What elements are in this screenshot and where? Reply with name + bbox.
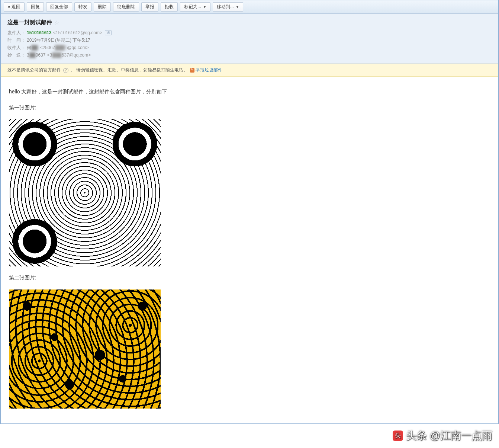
move-to-label: 移动到... <box>217 4 234 10</box>
sender-row: 发件人： 1510161612 <1510161612@qq.com> 退 <box>7 29 492 36</box>
report-spam-link[interactable]: 举报垃圾邮件 <box>190 67 222 73</box>
toolbar: « 返回 回复 回复全部 转发 删除 彻底删除 举报 拒收 标记为... ▼ 移… <box>1 0 498 14</box>
star-icon[interactable]: ☆ <box>54 19 59 26</box>
qr-code-image-2 <box>9 289 161 409</box>
recipient-email: <25067███5@qq.com> <box>40 44 89 51</box>
cc-email: <3███637@qq.com> <box>47 51 91 59</box>
warning-bar: 这不是腾讯公司的官方邮件 ? 。 请勿轻信密保、汇款、中奖信息，勿轻易拨打陌生电… <box>1 64 498 77</box>
sender-tag[interactable]: 退 <box>105 30 112 35</box>
warning-text-b: 。 请勿轻信密保、汇款、中奖信息，勿轻易拨打陌生电话。 <box>71 67 188 73</box>
forward-button[interactable]: 转发 <box>74 2 91 12</box>
cc-label: 抄 送： <box>7 51 25 59</box>
mail-body: hello 大家好，这是一封测试邮件，这封邮件包含两种图片，分别如下 第一张图片… <box>1 77 498 423</box>
date-row: 时 间： 2019年7月9日(星期二) 下午5:17 <box>7 36 492 44</box>
report-button[interactable]: 举报 <box>141 2 158 12</box>
sender-label: 发件人： <box>7 29 25 36</box>
question-icon[interactable]: ? <box>63 68 68 73</box>
recipient-name[interactable]: 何██i <box>27 44 39 51</box>
date-value: 2019年7月9日(星期二) 下午5:17 <box>27 36 90 44</box>
reply-button[interactable]: 回复 <box>27 2 44 12</box>
chevron-down-icon: ▼ <box>203 5 206 9</box>
date-label: 时 间： <box>7 36 25 44</box>
delete-button[interactable]: 删除 <box>94 2 111 12</box>
qr-code-image-1 <box>9 119 161 266</box>
chevron-down-icon: ▼ <box>236 5 239 9</box>
mail-container: « 返回 回复 回复全部 转发 删除 彻底删除 举报 拒收 标记为... ▼ 移… <box>0 0 499 424</box>
recipient-row: 收件人： 何██i <25067███5@qq.com> <box>7 44 492 51</box>
report-spam-label: 举报垃圾邮件 <box>196 67 222 73</box>
mail-subject: 这是一封测试邮件 <box>7 19 52 26</box>
image1-label: 第一张图片: <box>9 103 490 112</box>
reject-button[interactable]: 拒收 <box>161 2 178 12</box>
mark-as-dropdown[interactable]: 标记为... ▼ <box>180 2 210 12</box>
warning-text-a: 这不是腾讯公司的官方邮件 <box>7 67 61 73</box>
report-icon <box>190 68 194 73</box>
cc-row: 抄 送： 3██0637 <3███637@qq.com> <box>7 51 492 59</box>
mark-as-label: 标记为... <box>184 4 201 10</box>
sender-email: <1510161612@qq.com> <box>53 29 102 36</box>
delete-permanent-button[interactable]: 彻底删除 <box>113 2 139 12</box>
image2-label: 第二张图片: <box>9 273 490 282</box>
cc-name[interactable]: 3██0637 <box>27 51 45 59</box>
sender-name[interactable]: 1510161612 <box>27 29 52 36</box>
body-greeting: hello 大家好，这是一封测试邮件，这封邮件包含两种图片，分别如下 <box>9 87 490 96</box>
move-to-dropdown[interactable]: 移动到... ▼ <box>213 2 243 12</box>
mail-header: 这是一封测试邮件 ☆ 发件人： 1510161612 <1510161612@q… <box>1 14 498 64</box>
reply-all-button[interactable]: 回复全部 <box>46 2 72 12</box>
back-button[interactable]: « 返回 <box>4 2 25 12</box>
recipient-label: 收件人： <box>7 44 25 51</box>
